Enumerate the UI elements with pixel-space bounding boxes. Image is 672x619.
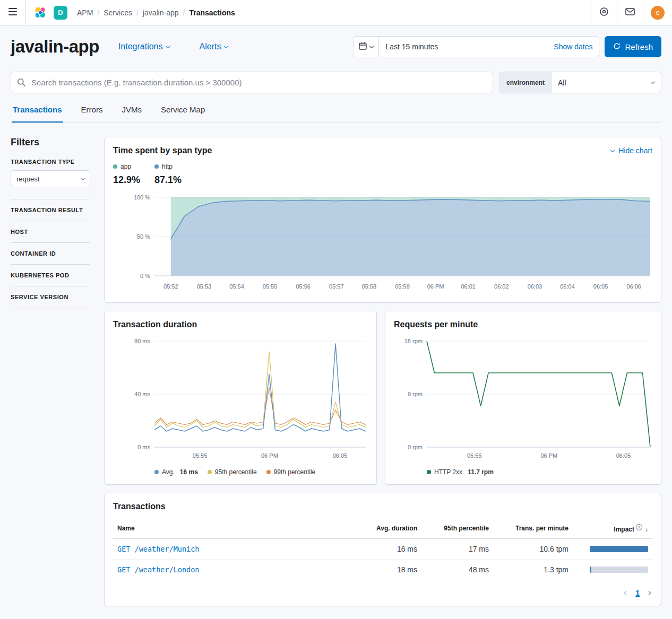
mail-icon xyxy=(625,8,635,17)
avg-legend-value: 16 ms xyxy=(180,468,198,476)
elastic-logo[interactable] xyxy=(26,0,50,25)
svg-text:05:55: 05:55 xyxy=(263,283,278,290)
environment-selected-value: All xyxy=(558,79,566,87)
filter-section-kubernetes-pod[interactable]: KUBERNETES POD xyxy=(11,265,90,286)
refresh-button[interactable]: Refresh xyxy=(605,36,661,57)
divider xyxy=(643,0,643,25)
search-transactions-input[interactable] xyxy=(11,72,493,93)
integrations-menu-label: Integrations xyxy=(118,42,163,51)
span-type-chart: 0 %50 %100 %05:5205:5305:5405:5505:5605:… xyxy=(113,191,652,294)
quick-select-button[interactable] xyxy=(354,37,379,57)
svg-text:05:57: 05:57 xyxy=(329,283,344,290)
filters-sidebar: Filters TRANSACTION TYPE request TRANSAC… xyxy=(11,137,90,606)
chevron-down-icon xyxy=(610,147,615,152)
menu-toggle-button[interactable] xyxy=(0,0,25,25)
svg-text:18 rpm: 18 rpm xyxy=(404,338,423,344)
svg-text:05:56: 05:56 xyxy=(296,283,311,290)
impact-cell xyxy=(573,559,652,580)
chevron-down-icon xyxy=(81,176,85,180)
http-percentage: 87.1% xyxy=(154,175,188,186)
svg-text:06:05: 06:05 xyxy=(333,452,348,459)
breadcrumb-current: Transactions xyxy=(189,8,235,17)
next-page-button[interactable] xyxy=(647,591,650,595)
top-navigation-bar: D APM / Services / javalin-app / Transac… xyxy=(0,0,672,25)
page-number-1[interactable]: 1 xyxy=(635,589,640,597)
environment-select[interactable]: All xyxy=(552,72,661,93)
avg-duration-cell: 18 ms xyxy=(358,559,421,580)
requests-per-minute-chart: 0 rpm9 rpm18 rpm05:5506 PM06:05 xyxy=(394,335,652,463)
time-range-value[interactable]: Last 15 minutes xyxy=(379,42,547,51)
search-icon xyxy=(17,78,25,89)
impact-bar xyxy=(590,566,591,573)
column-header-impact[interactable]: Impact?↓ xyxy=(573,519,652,538)
svg-text:0 ms: 0 ms xyxy=(137,444,150,450)
duration-legend: Avg. 16 ms 95th percentile 99th percenti… xyxy=(154,468,368,476)
hide-chart-link[interactable]: Hide chart xyxy=(611,146,652,155)
filter-sections: TRANSACTION RESULT HOST CONTAINER ID KUB… xyxy=(11,199,90,308)
environment-filter: environment All xyxy=(499,72,661,93)
p99-legend-dot xyxy=(266,470,271,474)
http2xx-legend-label: HTTP 2xx xyxy=(434,468,462,476)
svg-text:05:55: 05:55 xyxy=(193,452,208,459)
help-button[interactable] xyxy=(591,0,617,25)
svg-text:50 %: 50 % xyxy=(137,233,150,240)
filter-section-container-id[interactable]: CONTAINER ID xyxy=(11,243,90,265)
hide-chart-label: Hide chart xyxy=(618,146,652,155)
impact-help-icon[interactable]: ? xyxy=(636,524,642,530)
environment-label: environment xyxy=(500,72,552,93)
tab-transactions[interactable]: Transactions xyxy=(12,103,63,123)
chevron-down-icon xyxy=(224,43,228,48)
column-header-avg-duration: Avg. duration xyxy=(358,519,421,538)
transactions-table-title: Transactions xyxy=(113,502,652,511)
column-header-95th-percentile: 95th percentile xyxy=(421,519,493,538)
transaction-link-london[interactable]: GET /weather/London xyxy=(113,559,358,580)
show-dates-link[interactable]: Show dates xyxy=(547,42,599,51)
impact-cell xyxy=(573,538,652,559)
impact-bar-track xyxy=(590,566,648,573)
tpm-cell: 1.3 tpm xyxy=(493,559,573,580)
integrations-menu[interactable]: Integrations xyxy=(118,42,170,51)
chevron-left-icon xyxy=(624,590,628,595)
svg-text:06 PM: 06 PM xyxy=(427,283,444,290)
deployment-badge[interactable]: D xyxy=(54,6,67,20)
transaction-duration-card: Transaction duration 0 ms40 ms80 ms05:55… xyxy=(104,311,377,485)
filter-section-service-version[interactable]: SERVICE VERSION xyxy=(11,286,90,308)
app-legend-label: app xyxy=(120,163,131,170)
p95-legend-dot xyxy=(208,470,212,474)
filter-section-transaction-result[interactable]: TRANSACTION RESULT xyxy=(11,199,90,221)
transaction-link-munich[interactable]: GET /weather/Munich xyxy=(113,538,358,559)
newsfeed-button[interactable] xyxy=(617,0,643,25)
tab-service-map[interactable]: Service Map xyxy=(160,103,206,123)
breadcrumb-services[interactable]: Services xyxy=(104,8,132,17)
svg-text:05:58: 05:58 xyxy=(362,283,377,290)
svg-text:05:52: 05:52 xyxy=(163,283,178,290)
svg-text:06 PM: 06 PM xyxy=(540,452,557,459)
breadcrumb-apm[interactable]: APM xyxy=(77,8,93,17)
http-legend-dot xyxy=(154,164,159,169)
alerts-menu[interactable]: Alerts xyxy=(200,42,228,51)
table-row: GET /weather/London 18 ms 48 ms 1.3 tpm xyxy=(113,559,652,580)
filter-section-host[interactable]: HOST xyxy=(11,221,90,243)
user-avatar[interactable]: e xyxy=(651,6,665,20)
calendar-icon xyxy=(359,42,367,52)
app-percentage: 12.9% xyxy=(113,175,147,186)
svg-text:80 ms: 80 ms xyxy=(134,338,150,344)
refresh-icon xyxy=(613,42,621,51)
transaction-type-value: request xyxy=(16,175,39,183)
impact-header-label: Impact xyxy=(614,526,634,533)
alerts-menu-label: Alerts xyxy=(200,42,221,51)
transaction-type-select[interactable]: request xyxy=(11,170,90,187)
search-box xyxy=(11,72,493,93)
avg-duration-cell: 16 ms xyxy=(358,538,421,559)
svg-text:05:53: 05:53 xyxy=(197,283,212,290)
tab-jvms[interactable]: JVMs xyxy=(120,103,143,123)
previous-page-button[interactable] xyxy=(625,591,628,595)
help-icon xyxy=(599,7,609,18)
chevron-down-icon xyxy=(166,43,170,48)
svg-text:100 %: 100 % xyxy=(134,194,150,200)
search-row: environment All xyxy=(11,72,661,93)
breadcrumb-service-name[interactable]: javalin-app xyxy=(143,8,179,17)
svg-text:06:06: 06:06 xyxy=(626,283,641,290)
transactions-table: Name Avg. duration 95th percentile Trans… xyxy=(113,519,652,580)
tab-errors[interactable]: Errors xyxy=(80,103,104,123)
